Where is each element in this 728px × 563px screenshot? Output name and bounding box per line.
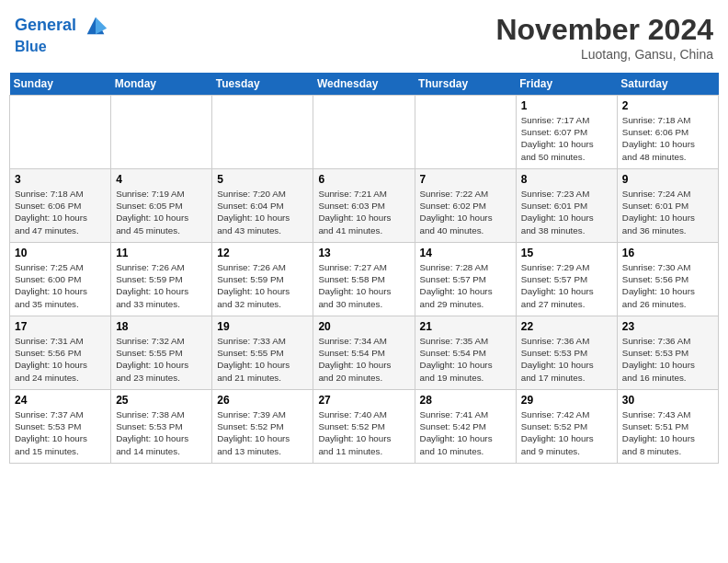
day-number: 17 [15,320,106,333]
calendar-cell: 18Sunrise: 7:32 AM Sunset: 5:55 PM Dayli… [111,316,212,390]
day-number: 4 [116,173,207,186]
day-number: 20 [318,320,409,333]
day-info: Sunrise: 7:42 AM Sunset: 5:52 PM Dayligh… [521,408,612,457]
day-info: Sunrise: 7:17 AM Sunset: 6:07 PM Dayligh… [521,114,612,163]
day-info: Sunrise: 7:22 AM Sunset: 6:02 PM Dayligh… [420,188,511,236]
day-info: Sunrise: 7:25 AM Sunset: 6:00 PM Dayligh… [15,261,106,310]
week-row-2: 10Sunrise: 7:25 AM Sunset: 6:00 PM Dayli… [10,243,719,316]
day-number: 7 [420,173,511,186]
header-monday: Monday [111,73,212,96]
day-info: Sunrise: 7:20 AM Sunset: 6:04 PM Dayligh… [217,188,308,236]
calendar-cell: 29Sunrise: 7:42 AM Sunset: 5:52 PM Dayli… [516,390,617,464]
calendar-cell: 11Sunrise: 7:26 AM Sunset: 5:59 PM Dayli… [111,243,212,316]
calendar-cell: 7Sunrise: 7:22 AM Sunset: 6:02 PM Daylig… [415,169,516,243]
calendar-cell [111,96,212,169]
calendar-cell: 19Sunrise: 7:33 AM Sunset: 5:55 PM Dayli… [212,316,313,390]
calendar-cell: 17Sunrise: 7:31 AM Sunset: 5:56 PM Dayli… [10,316,111,390]
calendar-cell: 2Sunrise: 7:18 AM Sunset: 6:06 PM Daylig… [617,96,718,169]
calendar-header-row: SundayMondayTuesdayWednesdayThursdayFrid… [10,73,719,96]
day-info: Sunrise: 7:43 AM Sunset: 5:51 PM Dayligh… [622,408,713,457]
day-info: Sunrise: 7:39 AM Sunset: 5:52 PM Dayligh… [217,408,308,457]
calendar-cell: 24Sunrise: 7:37 AM Sunset: 5:53 PM Dayli… [10,390,111,464]
logo: General Blue [15,13,108,55]
calendar-cell: 1Sunrise: 7:17 AM Sunset: 6:07 PM Daylig… [516,96,617,169]
title-section: November 2024 Luotang, Gansu, China [495,13,713,62]
day-info: Sunrise: 7:36 AM Sunset: 5:53 PM Dayligh… [622,335,713,384]
day-info: Sunrise: 7:38 AM Sunset: 5:53 PM Dayligh… [116,408,207,457]
day-number: 3 [15,173,106,186]
header-thursday: Thursday [415,73,516,96]
day-info: Sunrise: 7:28 AM Sunset: 5:57 PM Dayligh… [420,261,511,310]
day-info: Sunrise: 7:27 AM Sunset: 5:58 PM Dayligh… [318,261,409,310]
calendar-cell: 14Sunrise: 7:28 AM Sunset: 5:57 PM Dayli… [415,243,516,316]
day-number: 5 [217,173,308,186]
day-info: Sunrise: 7:30 AM Sunset: 5:56 PM Dayligh… [622,261,713,310]
calendar-cell: 6Sunrise: 7:21 AM Sunset: 6:03 PM Daylig… [313,169,415,243]
day-info: Sunrise: 7:23 AM Sunset: 6:01 PM Dayligh… [521,188,612,236]
calendar-cell: 13Sunrise: 7:27 AM Sunset: 5:58 PM Dayli… [313,243,415,316]
calendar-table: SundayMondayTuesdayWednesdayThursdayFrid… [9,73,719,464]
page-header: General Blue November 2024 Luotang, Gans… [9,9,719,65]
calendar-cell: 23Sunrise: 7:36 AM Sunset: 5:53 PM Dayli… [617,316,718,390]
week-row-1: 3Sunrise: 7:18 AM Sunset: 6:06 PM Daylig… [10,169,719,243]
day-number: 11 [116,247,207,259]
day-info: Sunrise: 7:35 AM Sunset: 5:54 PM Dayligh… [420,335,511,384]
calendar-cell: 8Sunrise: 7:23 AM Sunset: 6:01 PM Daylig… [516,169,617,243]
calendar-cell: 16Sunrise: 7:30 AM Sunset: 5:56 PM Dayli… [617,243,718,316]
day-number: 24 [15,394,106,407]
calendar-cell [212,96,313,169]
day-number: 21 [420,320,511,333]
calendar-cell: 12Sunrise: 7:26 AM Sunset: 5:59 PM Dayli… [212,243,313,316]
day-info: Sunrise: 7:33 AM Sunset: 5:55 PM Dayligh… [217,335,308,384]
calendar-cell: 9Sunrise: 7:24 AM Sunset: 6:01 PM Daylig… [617,169,718,243]
day-info: Sunrise: 7:37 AM Sunset: 5:53 PM Dayligh… [15,408,106,457]
day-number: 22 [521,320,612,333]
day-info: Sunrise: 7:21 AM Sunset: 6:03 PM Dayligh… [318,188,409,236]
day-info: Sunrise: 7:34 AM Sunset: 5:54 PM Dayligh… [318,335,409,384]
calendar-cell: 20Sunrise: 7:34 AM Sunset: 5:54 PM Dayli… [313,316,415,390]
day-info: Sunrise: 7:24 AM Sunset: 6:01 PM Dayligh… [622,188,713,236]
week-row-4: 24Sunrise: 7:37 AM Sunset: 5:53 PM Dayli… [10,390,719,464]
day-number: 6 [318,173,409,186]
day-number: 2 [622,99,713,112]
day-info: Sunrise: 7:18 AM Sunset: 6:06 PM Dayligh… [15,188,106,236]
day-number: 30 [622,394,713,407]
day-number: 19 [217,320,308,333]
day-number: 12 [217,247,308,259]
day-number: 26 [217,394,308,407]
calendar-cell: 30Sunrise: 7:43 AM Sunset: 5:51 PM Dayli… [617,390,718,464]
calendar-cell: 15Sunrise: 7:29 AM Sunset: 5:57 PM Dayli… [516,243,617,316]
header-friday: Friday [516,73,617,96]
location: Luotang, Gansu, China [495,47,713,62]
day-number: 15 [521,247,612,259]
day-info: Sunrise: 7:26 AM Sunset: 5:59 PM Dayligh… [217,261,308,310]
header-wednesday: Wednesday [313,73,415,96]
calendar-cell: 3Sunrise: 7:18 AM Sunset: 6:06 PM Daylig… [10,169,111,243]
day-info: Sunrise: 7:26 AM Sunset: 5:59 PM Dayligh… [116,261,207,310]
calendar-cell [10,96,111,169]
day-number: 28 [420,394,511,407]
calendar-cell: 22Sunrise: 7:36 AM Sunset: 5:53 PM Dayli… [516,316,617,390]
day-info: Sunrise: 7:40 AM Sunset: 5:52 PM Dayligh… [318,408,409,457]
day-number: 16 [622,247,713,259]
day-number: 1 [521,99,612,112]
day-info: Sunrise: 7:36 AM Sunset: 5:53 PM Dayligh… [521,335,612,384]
day-info: Sunrise: 7:31 AM Sunset: 5:56 PM Dayligh… [15,335,106,384]
day-number: 29 [521,394,612,407]
calendar-cell: 27Sunrise: 7:40 AM Sunset: 5:52 PM Dayli… [313,390,415,464]
day-number: 18 [116,320,207,333]
month-title: November 2024 [495,13,713,47]
header-tuesday: Tuesday [212,73,313,96]
day-info: Sunrise: 7:19 AM Sunset: 6:05 PM Dayligh… [116,188,207,236]
day-number: 9 [622,173,713,186]
day-info: Sunrise: 7:29 AM Sunset: 5:57 PM Dayligh… [521,261,612,310]
calendar-cell: 5Sunrise: 7:20 AM Sunset: 6:04 PM Daylig… [212,169,313,243]
calendar-cell: 26Sunrise: 7:39 AM Sunset: 5:52 PM Dayli… [212,390,313,464]
week-row-0: 1Sunrise: 7:17 AM Sunset: 6:07 PM Daylig… [10,96,719,169]
week-row-3: 17Sunrise: 7:31 AM Sunset: 5:56 PM Dayli… [10,316,719,390]
calendar-cell: 21Sunrise: 7:35 AM Sunset: 5:54 PM Dayli… [415,316,516,390]
logo-text: General [15,13,108,39]
day-number: 10 [15,247,106,259]
header-saturday: Saturday [617,73,718,96]
calendar-cell [313,96,415,169]
